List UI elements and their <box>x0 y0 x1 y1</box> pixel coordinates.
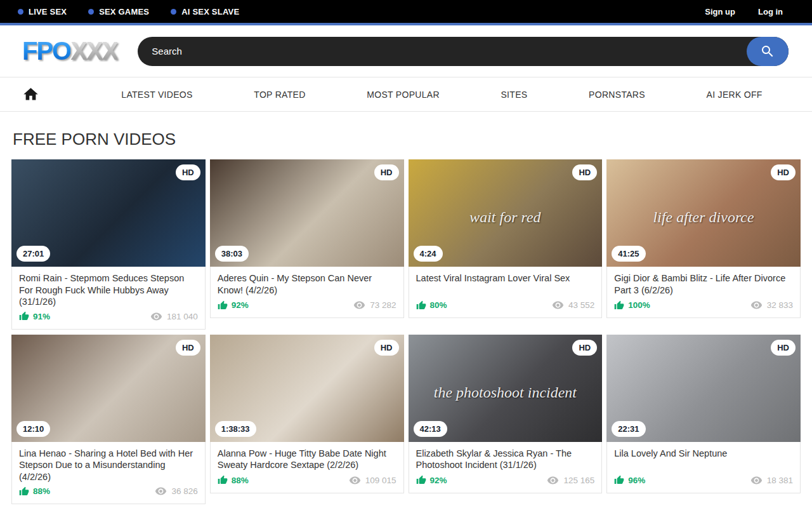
video-title-link[interactable]: Gigi Dior & Bambi Blitz - Life After Div… <box>607 267 800 297</box>
bullet-dot-icon <box>18 9 23 15</box>
thumbnail-overlay-text: life after divorce <box>606 209 801 226</box>
video-title-link[interactable]: Elizabeth Skylar & Jessica Ryan - The Ph… <box>409 442 602 472</box>
video-stats: 88% 36 826 <box>12 483 205 504</box>
video-stats: 92% 73 282 <box>211 297 403 318</box>
thumbs-up-icon <box>416 300 426 311</box>
search-input[interactable] <box>138 37 789 66</box>
login-link[interactable]: Log in <box>758 7 783 17</box>
duration-badge: 38:03 <box>215 246 249 262</box>
topbar-link-label: LIVE SEX <box>29 7 67 17</box>
video-info: Aderes Quin - My Stepson Can Never Know!… <box>210 267 404 318</box>
nav-item-sites[interactable]: SITES <box>501 90 527 100</box>
topbar-link-live-sex[interactable]: LIVE SEX <box>18 7 67 17</box>
home-button[interactable] <box>22 86 40 104</box>
video-thumbnail[interactable]: HD the photoshoot incident 42:13 <box>409 335 603 442</box>
likes-percentage: 91% <box>33 312 50 321</box>
likes-percentage: 100% <box>628 300 650 310</box>
video-thumbnail[interactable]: HD life after divorce 41:25 <box>606 159 801 267</box>
nav-item-latest-videos[interactable]: LATEST VIDEOS <box>121 90 192 100</box>
video-info: Latest Viral Instagram Lover Viral Sex 8… <box>409 267 603 318</box>
likes: 91% <box>19 311 50 321</box>
topbar-link-label: AI SEX SLAVE <box>181 7 239 17</box>
video-card[interactable]: HD 12:10 Lina Henao - Sharing a Hotel Be… <box>11 335 206 505</box>
thumbs-up-icon <box>416 475 426 485</box>
video-title-link[interactable]: Latest Viral Instagram Lover Viral Sex <box>409 267 602 297</box>
eye-icon <box>750 299 763 311</box>
search-icon <box>760 44 775 59</box>
bullet-dot-icon <box>88 9 94 15</box>
video-card[interactable]: HD 27:01 Romi Rain - Stepmom Seduces Ste… <box>11 159 206 330</box>
video-info: Elizabeth Skylar & Jessica Ryan - The Ph… <box>409 442 603 493</box>
video-title-link[interactable]: Lina Henao - Sharing a Hotel Bed with He… <box>12 442 205 483</box>
video-card[interactable]: HD 1:38:33 Alanna Pow - Huge Titty Babe … <box>210 335 404 505</box>
nav-item-pornstars[interactable]: PORNSTARS <box>589 90 645 100</box>
hd-badge: HD <box>572 164 597 180</box>
duration-badge: 22:31 <box>612 421 645 437</box>
thumbs-up-icon <box>614 475 624 485</box>
video-card[interactable]: HD wait for red 4:24 Latest Viral Instag… <box>409 159 603 330</box>
eye-icon <box>349 474 361 486</box>
likes: 88% <box>218 475 249 485</box>
thumbs-up-icon <box>218 475 228 485</box>
views-count: 109 015 <box>365 476 396 485</box>
nav-list: LATEST VIDEOS TOP RATED MOST POPULAR SIT… <box>91 90 793 100</box>
video-thumbnail[interactable]: HD 38:03 <box>210 159 404 267</box>
video-title-link[interactable]: Alanna Pow - Huge Titty Babe Date Night … <box>211 442 403 472</box>
views: 125 165 <box>547 474 594 486</box>
thumbnail-overlay-text: wait for red <box>409 209 603 226</box>
topbar-link-ai-sex-slave[interactable]: AI SEX SLAVE <box>171 7 239 17</box>
video-card[interactable]: HD 38:03 Aderes Quin - My Stepson Can Ne… <box>210 159 404 330</box>
video-thumbnail[interactable]: HD wait for red 4:24 <box>409 159 603 267</box>
video-title-link[interactable]: Aderes Quin - My Stepson Can Never Know!… <box>211 267 403 297</box>
page-title: FREE PORN VIDEOS <box>13 130 812 149</box>
search-button[interactable] <box>747 37 789 66</box>
duration-badge: 42:13 <box>414 421 447 437</box>
hd-badge: HD <box>771 164 796 180</box>
video-thumbnail[interactable]: HD 27:01 <box>11 159 206 267</box>
duration-badge: 4:24 <box>414 246 443 262</box>
thumbnail-overlay-text: the photoshoot incident <box>409 384 603 401</box>
video-title-link[interactable]: Romi Rain - Stepmom Seduces Stepson For … <box>12 267 205 308</box>
hd-badge: HD <box>572 340 597 356</box>
eye-icon <box>552 299 564 311</box>
top-bar: LIVE SEX SEX GAMES AI SEX SLAVE Sign up … <box>0 0 812 25</box>
nav-item-ai-jerk-off[interactable]: AI JERK OFF <box>707 90 763 100</box>
nav-item-most-popular[interactable]: MOST POPULAR <box>367 90 440 100</box>
site-header: FPOXXX <box>0 25 812 77</box>
eye-icon <box>155 485 167 497</box>
video-card[interactable]: HD 22:31 Lila Lovely And Sir Neptune 96% <box>606 335 801 505</box>
video-stats: 92% 125 165 <box>409 472 602 493</box>
logo-text-primary: FPO <box>22 37 70 65</box>
signup-link[interactable]: Sign up <box>705 7 735 17</box>
likes: 92% <box>218 300 249 311</box>
topbar-link-sex-games[interactable]: SEX GAMES <box>88 7 149 17</box>
video-thumbnail[interactable]: HD 22:31 <box>606 335 801 442</box>
site-logo[interactable]: FPOXXX <box>22 37 117 65</box>
home-icon <box>22 86 39 103</box>
video-card[interactable]: HD the photoshoot incident 42:13 Elizabe… <box>409 335 603 505</box>
nav-item-top-rated[interactable]: TOP RATED <box>254 90 305 100</box>
video-stats: 91% 181 040 <box>12 308 205 329</box>
logo-text-secondary: XXX <box>70 37 117 65</box>
video-info: Lina Henao - Sharing a Hotel Bed with He… <box>11 442 206 505</box>
likes: 96% <box>614 475 645 485</box>
video-info: Alanna Pow - Huge Titty Babe Date Night … <box>210 442 404 493</box>
eye-icon <box>547 474 559 486</box>
video-card[interactable]: HD life after divorce 41:25 Gigi Dior & … <box>606 159 801 330</box>
likes-percentage: 88% <box>33 486 50 496</box>
video-stats: 100% 32 833 <box>607 297 800 318</box>
likes-percentage: 88% <box>232 476 249 485</box>
hd-badge: HD <box>374 164 399 180</box>
views: 109 015 <box>349 474 396 486</box>
video-title-link[interactable]: Lila Lovely And Sir Neptune <box>607 442 800 472</box>
likes: 92% <box>416 475 447 485</box>
topbar-links: LIVE SEX SEX GAMES AI SEX SLAVE <box>18 7 239 17</box>
video-stats: 96% 18 381 <box>607 472 800 493</box>
topbar-account-links: Sign up Log in <box>705 7 794 17</box>
video-thumbnail[interactable]: HD 12:10 <box>11 335 206 442</box>
thumbs-up-icon <box>19 311 29 321</box>
views: 43 552 <box>552 299 594 311</box>
video-thumbnail[interactable]: HD 1:38:33 <box>210 335 404 442</box>
eye-icon <box>353 299 365 311</box>
views-count: 43 552 <box>568 300 594 310</box>
